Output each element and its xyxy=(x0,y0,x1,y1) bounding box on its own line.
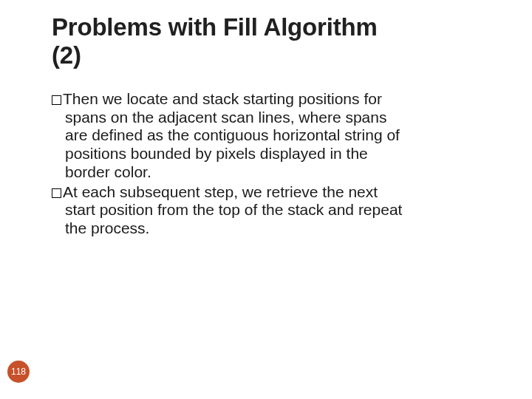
bullet-first-line: Then we locate and stack starting positi… xyxy=(63,90,382,107)
list-item: Then we locate and stack starting positi… xyxy=(52,90,502,182)
square-bullet-icon xyxy=(52,95,61,105)
bullet-first-line: At each subsequent step, we retrieve the… xyxy=(63,183,378,200)
bullet-continuation: border color. xyxy=(52,163,502,182)
bullet-continuation: positions bounded by pixels displayed in… xyxy=(52,145,502,163)
slide: Problems with Fill Algorithm (2) Then we… xyxy=(0,0,532,399)
page-number-badge: 118 xyxy=(7,361,30,383)
square-bullet-icon xyxy=(52,188,61,198)
page-number: 118 xyxy=(11,366,26,377)
bullet-continuation: start position from the top of the stack… xyxy=(52,201,502,219)
slide-title: Problems with Fill Algorithm (2) xyxy=(52,13,502,69)
title-line-2: (2) xyxy=(52,41,81,69)
title-line-1: Problems with Fill Algorithm xyxy=(52,13,378,41)
bullet-list: Then we locate and stack starting positi… xyxy=(52,90,502,238)
list-item: At each subsequent step, we retrieve the… xyxy=(52,183,502,238)
bullet-continuation: are defined as the contiguous horizontal… xyxy=(52,126,502,145)
bullet-continuation: spans on the adjacent scan lines, where … xyxy=(52,109,502,127)
bullet-continuation: the process. xyxy=(52,219,502,238)
